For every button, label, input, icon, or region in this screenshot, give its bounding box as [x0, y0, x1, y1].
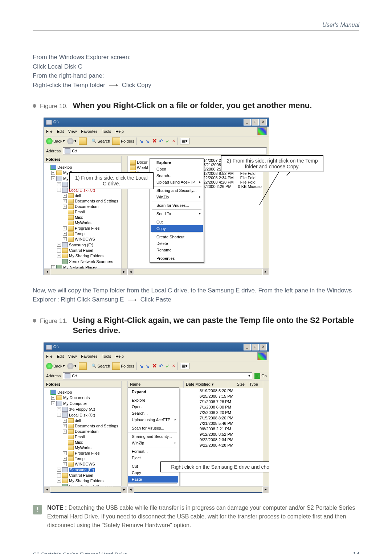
- col-date[interactable]: Date Modified ▾: [184, 381, 228, 388]
- tree-item[interactable]: Misc: [45, 440, 127, 445]
- tree-item[interactable]: +WINDOWS: [45, 461, 127, 467]
- undo-icon[interactable]: ↶: [159, 363, 163, 369]
- ctx-rename[interactable]: Rename: [128, 484, 178, 486]
- tree-item[interactable]: +Temp: [45, 231, 127, 237]
- up-button[interactable]: [79, 138, 87, 145]
- tree-item[interactable]: +My Sharing Folders: [45, 478, 127, 484]
- ctx-sharing[interactable]: Sharing and Security...: [128, 433, 178, 440]
- tree-item[interactable]: Xerox Network Scanners: [45, 484, 127, 486]
- go-button[interactable]: →Go: [254, 373, 267, 379]
- menu-file[interactable]: File: [46, 129, 53, 134]
- col-size[interactable]: Size: [228, 381, 247, 388]
- tree-item[interactable]: -My Computer: [45, 401, 127, 406]
- maximize-button[interactable]: □: [252, 344, 259, 350]
- tree-item[interactable]: +Program Files: [45, 451, 127, 456]
- ctx-winzip[interactable]: WinZip▸: [128, 440, 178, 446]
- tree-item[interactable]: +Documents and Settings: [45, 423, 127, 429]
- forward-button[interactable]: ▾: [67, 363, 77, 369]
- hscrollbar[interactable]: ◄►: [44, 268, 127, 275]
- menu-tools[interactable]: Tools: [102, 129, 111, 134]
- address-input[interactable]: C:\ ▾: [63, 372, 252, 379]
- tree-item[interactable]: Email: [45, 434, 127, 440]
- folders-button[interactable]: Folders: [112, 362, 134, 370]
- back-button[interactable]: Back ▾: [46, 363, 65, 369]
- search-button[interactable]: 🔍Search: [91, 139, 110, 143]
- tree-item[interactable]: +dell: [45, 193, 127, 198]
- ctx-properties[interactable]: Properties: [151, 255, 203, 262]
- tree-item[interactable]: MyWorks: [45, 445, 127, 451]
- tree-item[interactable]: +My Network Places: [45, 264, 127, 268]
- tree-item[interactable]: +Samsung (E:): [45, 467, 127, 473]
- tree-item[interactable]: +Program Files: [45, 226, 127, 231]
- tree-item[interactable]: Desktop: [45, 164, 127, 170]
- ctx-aceftp[interactable]: Upload using AceFTP▸: [128, 416, 178, 423]
- menu-edit[interactable]: Edit: [57, 354, 64, 358]
- ctx-format[interactable]: Format...: [128, 448, 178, 455]
- menu-view[interactable]: View: [68, 354, 77, 358]
- views-button[interactable]: ▦▾: [180, 138, 189, 144]
- ctx-scan[interactable]: Scan for Viruses...: [151, 202, 203, 209]
- hscrollbar[interactable]: ◄►: [44, 486, 127, 492]
- ctx-winzip[interactable]: WinZip▸: [151, 194, 203, 200]
- ctx-copy[interactable]: Copy: [151, 225, 203, 232]
- cancel-icon[interactable]: ✕: [172, 364, 175, 368]
- cancel-icon[interactable]: ✕: [172, 139, 175, 143]
- scrollbar[interactable]: [121, 381, 127, 486]
- forward-button[interactable]: ▾: [67, 138, 77, 144]
- menu-view[interactable]: View: [68, 129, 77, 134]
- tree-item[interactable]: +My Documents: [45, 395, 127, 401]
- menu-favorites[interactable]: Favorites: [81, 354, 97, 358]
- menu-edit[interactable]: Edit: [57, 129, 64, 134]
- ctx-search[interactable]: Search...: [151, 172, 203, 179]
- list-item[interactable]: Weekl: [130, 165, 149, 171]
- search-button[interactable]: 🔍Search: [91, 364, 110, 368]
- ctx-rename[interactable]: Rename: [151, 247, 203, 253]
- ctx-eject[interactable]: Eject: [128, 455, 178, 461]
- tree-item[interactable]: MyWorks: [45, 220, 127, 226]
- tree-item[interactable]: +My Sharing Folders: [45, 253, 127, 259]
- folders-button[interactable]: Folders: [112, 138, 134, 145]
- tree-item[interactable]: Desktop: [45, 389, 127, 395]
- ctx-sharing[interactable]: Sharing and Security...: [151, 187, 203, 194]
- ctx-scan[interactable]: Scan for Viruses...: [128, 425, 178, 431]
- check-icon[interactable]: ✓: [166, 363, 170, 369]
- moveto-icon[interactable]: ↘: [139, 363, 143, 369]
- tree-item[interactable]: +WINDOWS: [45, 237, 127, 242]
- menu-help[interactable]: Help: [115, 354, 124, 358]
- tree-item[interactable]: Xerox Network Scanners: [45, 259, 127, 264]
- maximize-button[interactable]: □: [252, 119, 259, 126]
- up-button[interactable]: [79, 362, 87, 370]
- hscrollbar[interactable]: ◄►: [127, 268, 269, 275]
- close-button[interactable]: ×: [260, 344, 267, 350]
- check-icon[interactable]: ✓: [166, 138, 170, 144]
- moveto-icon[interactable]: ↘: [139, 138, 143, 144]
- back-button[interactable]: Back ▾: [46, 138, 65, 144]
- ctx-search[interactable]: Search...: [128, 410, 178, 416]
- address-input[interactable]: C:\: [63, 147, 267, 155]
- tree-item[interactable]: +3½ Floppy (A:): [45, 406, 127, 412]
- menu-help[interactable]: Help: [115, 129, 124, 134]
- undo-icon[interactable]: ↶: [159, 138, 163, 144]
- col-name[interactable]: Name: [128, 381, 184, 388]
- menu-tools[interactable]: Tools: [102, 354, 111, 358]
- hscrollbar[interactable]: ◄►: [127, 486, 269, 492]
- ctx-open[interactable]: Open: [151, 166, 203, 172]
- delete-icon[interactable]: ✕: [152, 138, 157, 144]
- minimize-button[interactable]: _: [244, 119, 251, 126]
- ctx-shortcut[interactable]: Create Shortcut: [151, 234, 203, 240]
- tree-item[interactable]: -Local Disk (C:): [45, 412, 127, 418]
- tree-item[interactable]: +Documentum: [45, 204, 127, 209]
- menu-file[interactable]: File: [46, 354, 53, 358]
- list-item[interactable]: Docur: [130, 160, 149, 165]
- tree-item[interactable]: +Control Panel: [45, 473, 127, 478]
- tree-item[interactable]: +Control Panel: [45, 248, 127, 253]
- ctx-cut[interactable]: Cut: [151, 219, 203, 225]
- tree-item[interactable]: +Samsung (E:): [45, 242, 127, 248]
- minimize-button[interactable]: _: [244, 344, 251, 350]
- ctx-sendto[interactable]: Send To▸: [151, 210, 203, 217]
- views-button[interactable]: ▦▾: [180, 363, 189, 369]
- tree-item[interactable]: +Temp: [45, 456, 127, 461]
- tree-item[interactable]: +dell: [45, 418, 127, 423]
- tree-item[interactable]: +Documentum: [45, 429, 127, 434]
- copyto-icon[interactable]: ↘: [146, 363, 150, 369]
